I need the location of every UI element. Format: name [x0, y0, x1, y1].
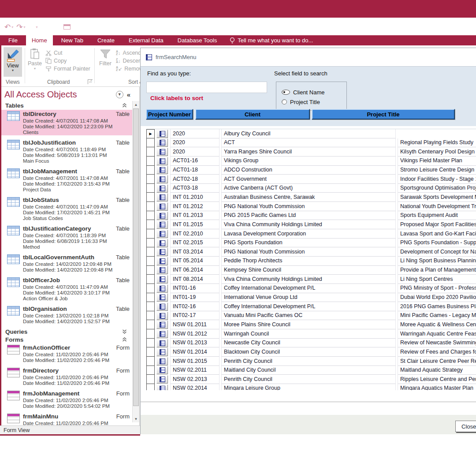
cell-project-title[interactable]: Development of Concept for National Yout…	[398, 247, 476, 257]
cell-project-title[interactable]: Mingara Aquatics Master Plan	[398, 384, 476, 390]
record-selector[interactable]: ▶	[146, 129, 155, 138]
cell-project-number[interactable]: 2020	[170, 147, 219, 157]
cell-project-title[interactable]: Li Ning Sport Business Planning – Recrea…	[398, 257, 476, 266]
cell-project-title[interactable]: Dubai World Expo 2020 Pavilion	[398, 293, 476, 302]
cell-project-number[interactable]: NSW 01.2014	[170, 347, 219, 357]
nav-object-item[interactable]: frmActionOfficer Form Date Created: 11/0…	[1, 343, 132, 363]
cell-client[interactable]: Vanuatu Mini Pacific Games OC	[221, 311, 396, 321]
section-header-forms[interactable]: Forms	[1, 336, 132, 343]
cell-project-title[interactable]	[398, 129, 476, 138]
tell-me-box[interactable]: Tell me what you want to do...	[225, 35, 317, 45]
open-record-button[interactable]	[156, 330, 168, 338]
cell-client[interactable]: Coffey International Development P/L	[221, 302, 396, 311]
open-record-button[interactable]	[156, 275, 168, 283]
open-record-button[interactable]	[156, 302, 168, 311]
record-selector[interactable]	[146, 320, 155, 329]
open-record-button[interactable]	[156, 230, 168, 238]
expand-section-icon[interactable]	[122, 329, 127, 334]
cell-project-title[interactable]: Indoor Facilities Study - Stage 1	[398, 175, 476, 184]
cell-project-title[interactable]: Review of Newcastle Swimming Facilities	[398, 339, 476, 348]
cell-client[interactable]: Lavasa Development Corporation	[221, 229, 396, 239]
clipboard-dialog-launcher-icon[interactable]	[88, 79, 93, 84]
record-selector[interactable]	[146, 329, 155, 339]
collapse-section-icon[interactable]	[122, 337, 127, 342]
scroll-down-icon[interactable]: ▼	[133, 415, 139, 422]
cell-client[interactable]: ACT Government	[221, 175, 396, 184]
sort-button-project-number[interactable]: Project Number	[146, 109, 193, 119]
cell-project-number[interactable]: ACT01-16	[170, 157, 219, 166]
cell-client[interactable]: Warringah Council	[221, 329, 396, 339]
record-selector[interactable]	[146, 311, 155, 321]
cell-client[interactable]: PNG National Youth Commission	[221, 247, 396, 257]
cell-project-title[interactable]: 2016 PNG Games Business Plan Review	[398, 302, 476, 311]
record-selector[interactable]	[146, 266, 155, 275]
customize-qat-button[interactable]: ▾	[74, 25, 79, 29]
view-button[interactable]: View ▾	[4, 47, 22, 77]
scroll-up-icon[interactable]: ▲	[133, 101, 139, 108]
cell-project-number[interactable]: NSW 01.2011	[170, 320, 219, 329]
cell-client[interactable]: Viva China Community Holdings Limited	[221, 275, 396, 284]
open-record-button[interactable]	[156, 293, 168, 302]
nav-object-item[interactable]: tblJobManagement Table Date Created: 4/0…	[1, 167, 132, 193]
cut-button[interactable]: Cut	[45, 49, 62, 57]
open-record-button[interactable]	[156, 184, 168, 193]
nav-object-item[interactable]: tblJobJustification Table Date Created: …	[1, 138, 132, 164]
radio-project-title[interactable]: Project Title	[282, 97, 346, 107]
cell-project-title[interactable]: Sports Equipment Audit	[398, 211, 476, 220]
open-record-button[interactable]	[156, 212, 168, 220]
cell-client[interactable]: Mingara Leisure Group	[221, 384, 396, 390]
record-selector[interactable]	[146, 138, 155, 148]
cell-project-title[interactable]: Mini Pacific Games - Legacy Management a…	[398, 311, 476, 321]
ribbon-tab-external-data[interactable]: External Data	[123, 35, 169, 45]
cell-project-number[interactable]: INT01-16	[170, 284, 219, 293]
nav-object-item[interactable]: tblJustificationCategory Table Date Crea…	[1, 224, 132, 250]
cell-project-number[interactable]: 2020	[170, 138, 219, 148]
copy-button[interactable]: Copy	[45, 57, 67, 65]
cell-client[interactable]: Vikings Group	[221, 157, 396, 166]
cell-project-number[interactable]: INT 01.2012	[170, 202, 219, 211]
cell-client[interactable]: PNG 2015 Pacific Games Ltd	[221, 211, 396, 220]
cell-project-number[interactable]: INT 01.2013	[170, 211, 219, 220]
cell-project-number[interactable]: INT 06.2014	[170, 266, 219, 275]
open-record-button[interactable]	[156, 348, 168, 356]
cell-client[interactable]: Albury City Council	[221, 129, 396, 138]
record-selector[interactable]	[146, 384, 155, 390]
scrollbar-thumb[interactable]	[133, 108, 139, 406]
cell-project-number[interactable]: ACT02-18	[170, 175, 219, 184]
record-selector[interactable]	[146, 220, 155, 229]
record-selector[interactable]	[146, 275, 155, 284]
cell-project-title[interactable]: Review of Fees and Charges for Blacktown…	[398, 347, 476, 357]
shutter-bar-close-icon[interactable]: «	[127, 91, 130, 98]
open-record-button[interactable]	[156, 220, 168, 229]
sort-button-project-title[interactable]: Project Title	[312, 109, 455, 119]
cell-project-number[interactable]: NSW 02.2014	[170, 384, 219, 390]
paste-button[interactable]: Paste ▾	[26, 47, 44, 71]
open-record-button[interactable]	[156, 138, 168, 147]
filter-button[interactable]: Filter	[97, 47, 114, 67]
find-as-you-type-input[interactable]	[146, 82, 267, 93]
ribbon-tab-new-tab[interactable]: New Tab	[56, 35, 89, 45]
document-tab[interactable]: frmSearchMenu	[141, 48, 476, 67]
ribbon-tab-create[interactable]: Create	[92, 35, 120, 45]
open-record-button[interactable]	[156, 239, 168, 247]
cell-project-number[interactable]: NSW 01.2015	[170, 357, 219, 366]
nav-menu-button[interactable]: ▼	[116, 91, 123, 98]
cell-project-number[interactable]: INT 03.2014	[170, 247, 219, 257]
cell-project-title[interactable]: Sportsground Optimisation Project	[398, 184, 476, 193]
open-record-button[interactable]	[156, 366, 168, 374]
ribbon-tab-home[interactable]: Home	[26, 35, 53, 45]
open-record-button[interactable]	[156, 384, 168, 390]
cell-project-title[interactable]: Regional Playing Fields Study	[398, 138, 476, 148]
record-selector[interactable]	[146, 202, 155, 211]
cell-client[interactable]: Peddle Thorp Architects	[221, 257, 396, 266]
radio-client-name[interactable]: Client Name	[282, 87, 346, 97]
cell-project-number[interactable]: INT 08.2014	[170, 275, 219, 284]
open-record-button[interactable]	[156, 202, 168, 211]
ribbon-tab-database-tools[interactable]: Database Tools	[172, 35, 223, 45]
cell-client[interactable]: Penrith City Council	[221, 375, 396, 384]
cell-client[interactable]: Maitland City Council	[221, 366, 396, 375]
ribbon-tab-file[interactable]: File	[3, 35, 23, 45]
cell-project-title[interactable]: PNG Ministry of Sport - Professional Sup…	[398, 284, 476, 293]
open-record-button[interactable]	[156, 357, 168, 365]
cell-project-title[interactable]: Vikings Field Master Plan	[398, 157, 476, 166]
